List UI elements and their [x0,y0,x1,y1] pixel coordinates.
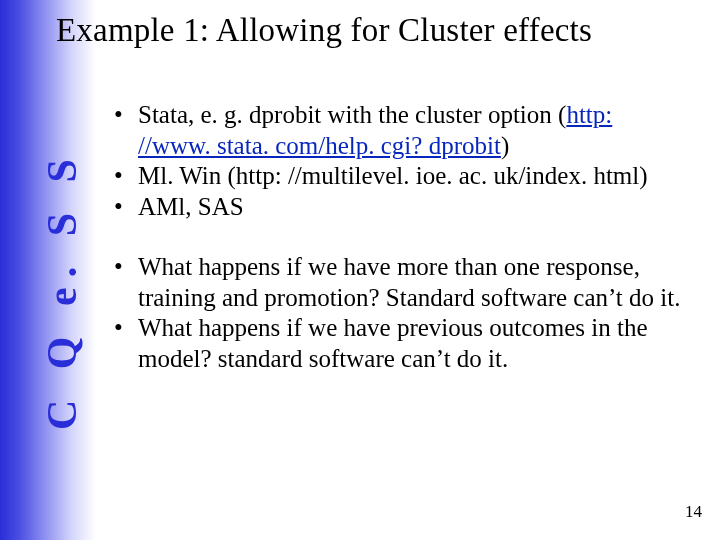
spacer [110,222,690,252]
bullet-list-b: What happens if we have more than one re… [110,252,690,374]
bullet-text: Ml. Win (http: //multilevel. ioe. ac. uk… [138,162,648,189]
bullet-text: What happens if we have more than one re… [138,253,680,311]
bullet-text: AMl, SAS [138,193,244,220]
slide: C Q e. S S Example 1: Allowing for Clust… [0,0,720,540]
slide-body: Stata, e. g. dprobit with the cluster op… [110,100,690,374]
page-number: 14 [685,502,702,522]
slide-title: Example 1: Allowing for Cluster effects [56,12,696,49]
bullet-item: Stata, e. g. dprobit with the cluster op… [110,100,690,161]
bullet-item: What happens if we have previous outcome… [110,313,690,374]
bullet-text: Stata, e. g. dprobit with the cluster op… [138,101,566,128]
bullet-list-a: Stata, e. g. dprobit with the cluster op… [110,100,690,222]
bullet-item: AMl, SAS [110,192,690,223]
bullet-text: ) [501,132,509,159]
sidebar-logo-text: C Q e. S S [38,149,86,430]
bullet-text: What happens if we have previous outcome… [138,314,648,372]
bullet-item: Ml. Win (http: //multilevel. ioe. ac. uk… [110,161,690,192]
bullet-item: What happens if we have more than one re… [110,252,690,313]
